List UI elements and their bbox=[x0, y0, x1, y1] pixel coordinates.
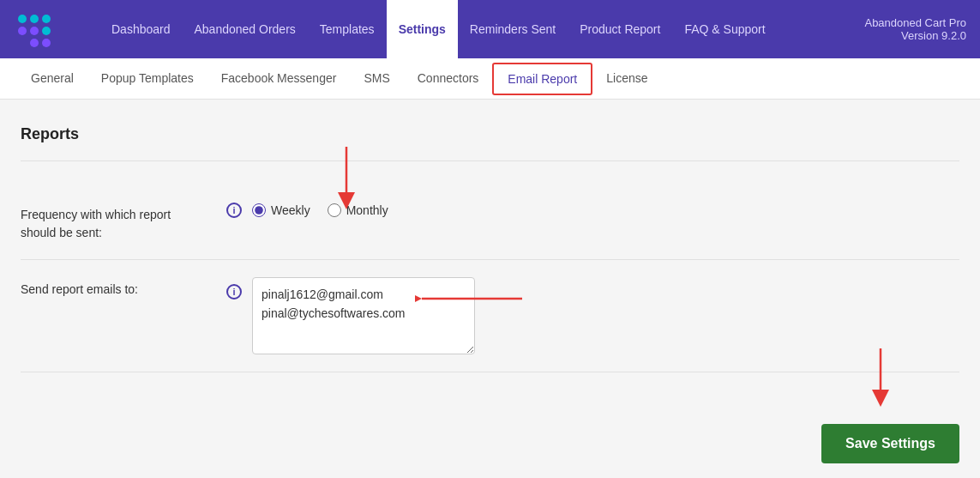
svg-point-6 bbox=[30, 39, 39, 47]
svg-point-0 bbox=[18, 15, 27, 23]
save-settings-button[interactable]: Save Settings bbox=[821, 424, 959, 463]
radio-monthly-label: Monthly bbox=[346, 203, 388, 217]
svg-point-2 bbox=[42, 15, 51, 23]
nav-settings[interactable]: Settings bbox=[387, 0, 458, 58]
nav-reminders-sent[interactable]: Reminders Sent bbox=[458, 0, 568, 58]
subnav-facebook-messenger[interactable]: Facebook Messenger bbox=[207, 58, 351, 100]
frequency-controls: i Weekly Monthly bbox=[226, 203, 959, 218]
subnav-popup-templates[interactable]: Popup Templates bbox=[87, 58, 207, 100]
email-label: Send report emails to: bbox=[21, 277, 226, 299]
svg-point-4 bbox=[30, 27, 39, 35]
nav-abandoned-orders[interactable]: Abandoned Orders bbox=[183, 0, 308, 58]
subnav-license[interactable]: License bbox=[592, 58, 661, 100]
save-area: Save Settings bbox=[0, 398, 980, 478]
subnav-email-report[interactable]: Email Report bbox=[492, 63, 592, 95]
radio-monthly-input[interactable] bbox=[328, 203, 341, 217]
email-info-icon[interactable]: i bbox=[226, 284, 242, 300]
frequency-radio-group: Weekly Monthly bbox=[252, 203, 388, 217]
top-nav: TYCHE Dashboard Abandoned Orders Templat… bbox=[0, 0, 980, 58]
email-textarea[interactable]: pinalj1612@gmail.com pinal@tychesoftware… bbox=[252, 277, 475, 354]
radio-weekly-input[interactable] bbox=[252, 203, 266, 217]
radio-weekly[interactable]: Weekly bbox=[252, 203, 310, 217]
nav-faq-support[interactable]: FAQ & Support bbox=[672, 0, 777, 58]
subnav-general[interactable]: General bbox=[17, 58, 87, 100]
radio-monthly[interactable]: Monthly bbox=[328, 203, 388, 217]
radio-weekly-label: Weekly bbox=[271, 203, 310, 217]
version-info: Abandoned Cart Pro Version 9.2.0 bbox=[864, 16, 966, 42]
nav-dashboard[interactable]: Dashboard bbox=[99, 0, 183, 58]
svg-point-5 bbox=[42, 27, 51, 35]
frequency-info-icon[interactable]: i bbox=[226, 203, 242, 218]
top-nav-links: Dashboard Abandoned Orders Templates Set… bbox=[99, 0, 864, 58]
logo: TYCHE bbox=[14, 9, 82, 50]
nav-templates[interactable]: Templates bbox=[308, 0, 387, 58]
subnav-connectors[interactable]: Connectors bbox=[404, 58, 493, 100]
section-title: Reports bbox=[21, 125, 959, 143]
sub-nav: General Popup Templates Facebook Messeng… bbox=[0, 58, 980, 100]
main-content: Reports Frequency with which reportshoul… bbox=[0, 100, 980, 398]
svg-point-1 bbox=[30, 15, 39, 23]
svg-point-7 bbox=[42, 39, 51, 47]
svg-point-3 bbox=[18, 27, 27, 35]
email-controls: i pinalj1612@gmail.com pinal@tychesoftwa… bbox=[226, 277, 959, 354]
section-divider bbox=[21, 160, 959, 161]
frequency-label: Frequency with which reportshould be sen… bbox=[21, 203, 226, 242]
nav-product-report[interactable]: Product Report bbox=[568, 0, 672, 58]
subnav-sms[interactable]: SMS bbox=[350, 58, 403, 100]
frequency-row: Frequency with which reportshould be sen… bbox=[21, 185, 959, 260]
email-row: Send report emails to: i pinalj1612@gmai… bbox=[21, 260, 959, 372]
